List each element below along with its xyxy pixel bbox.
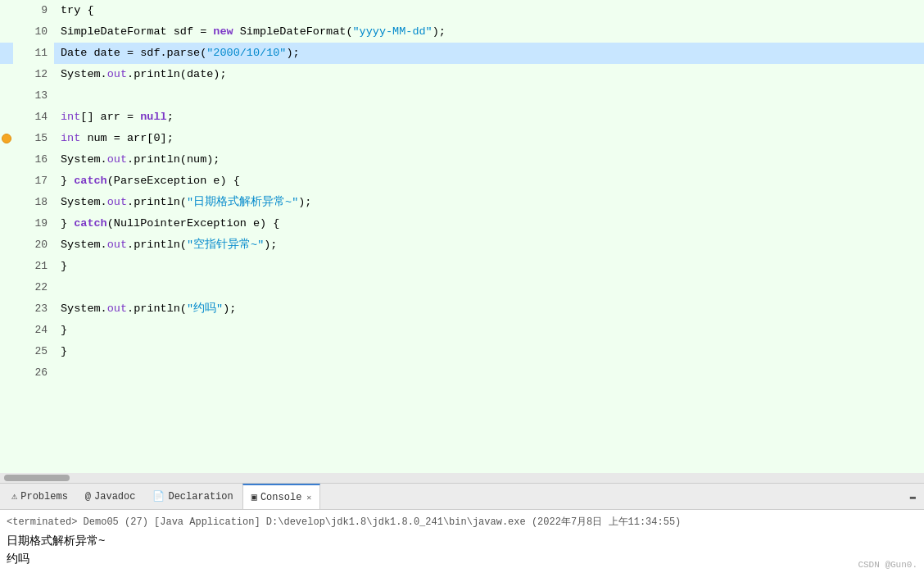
horizontal-scrollbar[interactable] [0,473,924,483]
code-line-14: 14 int[] arr = null; [0,107,924,128]
line-number-container-20: 20 [0,234,54,256]
console-terminated-line: <terminated> Demo05 (27) [Java Applicati… [7,515,917,529]
line-number-container-17: 17 [0,171,54,192]
line-number-18: 18 [13,192,54,213]
code-line-18: 18 System.out.println("日期格式解析异常~"); [0,192,924,213]
line-number-16: 16 [13,149,54,171]
javadoc-icon: @ [85,491,91,503]
code-line-23: 23 System.out.println("约吗"); [0,298,924,320]
tab-javadoc-label: Javadoc [94,491,135,503]
tab-problems-label: Problems [20,491,68,503]
line-number-17: 17 [13,171,54,192]
line-number-container-9: 9 [0,0,54,21]
line-number-23: 23 [13,298,54,320]
tab-problems[interactable]: ⚠ Problems [3,484,77,509]
code-content-20: System.out.println("空指针异常~"); [54,234,924,256]
tab-console[interactable]: ▣ Console ✕ [242,484,321,509]
line-number-13: 13 [13,85,54,107]
code-line-11: 11 Date date = sdf.parse("2000/10/10"); [0,43,924,64]
code-line-19: 19 } catch(NullPointerException e) { [0,213,924,234]
line-number-14: 14 [13,107,54,128]
code-line-24: 24 } [0,320,924,341]
console-icon: ▣ [251,491,257,503]
code-content-14: int[] arr = null; [54,107,924,128]
console-content: <terminated> Demo05 (27) [Java Applicati… [0,510,924,573]
panel-minimize-button[interactable]: ▬ [905,489,921,504]
line-number-24: 24 [13,320,54,341]
tab-bar: ⚠ Problems @ Javadoc 📄 Declaration ▣ Con… [0,484,924,510]
code-line-22: 22 [0,277,924,298]
line-number-container-15: 15 [0,128,54,149]
line-number-21: 21 [13,256,54,277]
code-line-9: 9 try { [0,0,924,21]
line-number-20: 20 [13,234,54,256]
breakpoint-15 [0,134,13,143]
code-line-21: 21 } [0,256,924,277]
line-number-19: 19 [13,213,54,234]
tab-console-label: Console [260,492,301,503]
code-content-22 [54,277,924,298]
line-number-container-11: 11 [0,43,54,64]
line-number-container-24: 24 [0,320,54,341]
code-content-24: } [54,320,924,341]
tab-declaration-label: Declaration [168,491,233,503]
line-number-26: 26 [13,362,54,384]
line-number-11: 11 [13,43,54,64]
line-number-container-16: 16 [0,149,54,171]
line-number-container-12: 12 [0,64,54,85]
line-number-9: 9 [13,0,54,21]
line-number-container-19: 19 [0,213,54,234]
code-content-16: System.out.println(num); [54,149,924,171]
code-content-21: } [54,256,924,277]
code-content-12: System.out.println(date); [54,64,924,85]
line-number-15: 15 [13,128,54,149]
code-content-23: System.out.println("约吗"); [54,298,924,320]
line-number-container-25: 25 [0,341,54,362]
code-line-17: 17 } catch(ParseException e) { [0,171,924,192]
code-line-15: 15 int num = arr[0]; [0,128,924,149]
line-number-container-10: 10 [0,21,54,43]
code-content-25: } [54,341,924,362]
line-number-container-22: 22 [0,277,54,298]
line-number-container-13: 13 [0,85,54,107]
code-line-26: 26 [0,362,924,384]
code-line-10: 10 SimpleDateFormat sdf = new SimpleDate… [0,21,924,43]
console-output-line: 日期格式解析异常~ [7,532,917,550]
declaration-icon: 📄 [152,490,165,503]
problems-icon: ⚠ [11,490,17,503]
code-line-20: 20 System.out.println("空指针异常~"); [0,234,924,256]
code-line-12: 12 System.out.println(date); [0,64,924,85]
csdn-watermark: CSDN @Gun0. [858,560,917,570]
line-number-10: 10 [13,21,54,43]
line-number-25: 25 [13,341,54,362]
console-output-line: 约吗 [7,550,917,568]
bottom-panel: ⚠ Problems @ Javadoc 📄 Declaration ▣ Con… [0,483,924,573]
tab-declaration[interactable]: 📄 Declaration [144,484,242,509]
line-number-container-23: 23 [0,298,54,320]
code-editor: 9 try {10 SimpleDateFormat sdf = new Sim… [0,0,924,483]
line-number-container-21: 21 [0,256,54,277]
code-area: 9 try {10 SimpleDateFormat sdf = new Sim… [0,0,924,473]
code-content-17: } catch(ParseException e) { [54,171,924,192]
code-content-18: System.out.println("日期格式解析异常~"); [54,192,924,213]
code-content-13 [54,85,924,107]
scrollbar-thumb[interactable] [4,475,70,481]
code-content-9: try { [54,0,924,21]
code-content-11: Date date = sdf.parse("2000/10/10"); [54,43,924,64]
line-number-22: 22 [13,277,54,298]
console-area: <terminated> Demo05 (27) [Java Applicati… [0,510,924,573]
tab-javadoc[interactable]: @ Javadoc [77,484,145,509]
line-number-container-26: 26 [0,362,54,384]
line-number-12: 12 [13,64,54,85]
code-content-15: int num = arr[0]; [54,128,924,149]
code-line-13: 13 [0,85,924,107]
code-content-10: SimpleDateFormat sdf = new SimpleDateFor… [54,21,924,43]
code-line-16: 16 System.out.println(num); [0,149,924,171]
code-content-26 [54,362,924,384]
console-close-button[interactable]: ✕ [306,493,311,503]
line-number-container-14: 14 [0,107,54,128]
line-number-container-18: 18 [0,192,54,213]
code-line-25: 25} [0,341,924,362]
code-content-19: } catch(NullPointerException e) { [54,213,924,234]
